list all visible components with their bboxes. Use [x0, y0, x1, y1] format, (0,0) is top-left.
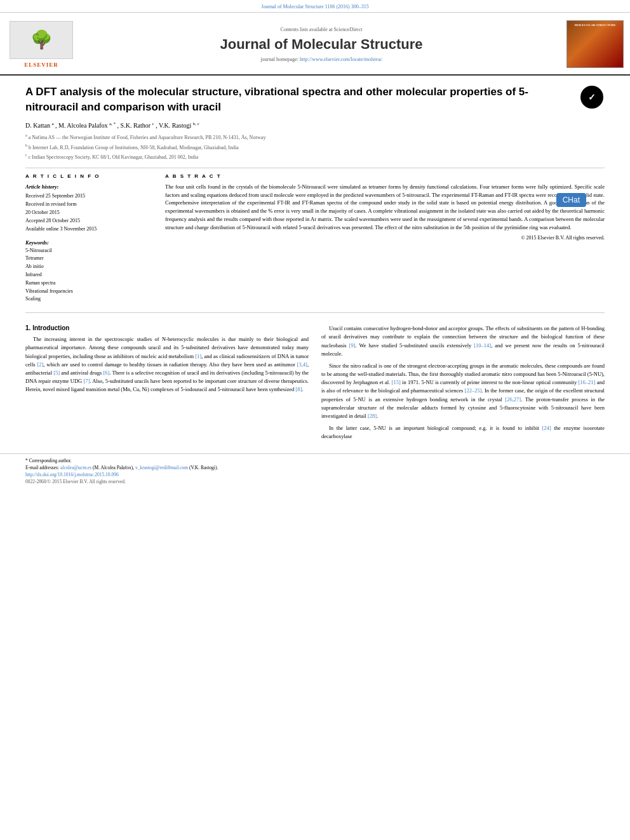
corresponding-author-note: * Corresponding author.	[25, 458, 605, 463]
article-info-box: Article history: Received 25 September 2…	[25, 183, 152, 233]
keywords-section: Keywords: 5-Nitrouracil Tetramer Ab init…	[25, 239, 152, 304]
affiliations: a a Nafima AS — the Norwegian Institute …	[25, 133, 605, 161]
journal-top-bar: Journal of Molecular Structure 1106 (201…	[0, 0, 630, 13]
keyword-2: Tetramer	[25, 255, 152, 263]
email2-link[interactable]: v_krastogi@rediffmail.com	[135, 465, 188, 470]
journal-citation: Journal of Molecular Structure 1106 (201…	[261, 4, 368, 10]
sciencedirect-line: Contents lists available at ScienceDirec…	[281, 27, 363, 32]
authors-line: D. Kattan a , M. Alcolea Palafox a, * , …	[25, 121, 605, 129]
header-section: 🌳 ELSEVIER Contents lists available at S…	[0, 13, 630, 76]
author-rathor-sup: c	[152, 121, 154, 126]
keyword-1: 5-Nitrouracil	[25, 247, 152, 255]
article-title-section: A DFT analysis of the molecular structur…	[25, 84, 605, 115]
keywords-title: Keywords:	[25, 239, 152, 246]
elsevier-brand-label: ELSEVIER	[24, 62, 58, 68]
issn-line: 0022-2860/© 2015 Elsevier B.V. All right…	[25, 479, 605, 484]
email2-name: (V.K. Rastogi).	[189, 465, 218, 470]
body-right-column: Uracil contains consecutive hydrogen-bon…	[321, 324, 605, 444]
homepage-label: journal homepage:	[260, 57, 298, 62]
keyword-5: Raman spectra	[25, 279, 152, 288]
intro-para-right-1: Uracil contains consecutive hydrogen-bon…	[321, 324, 605, 358]
keyword-3: Ab initio	[25, 263, 152, 271]
email1-name: (M. Alcolea Palafox),	[93, 465, 134, 470]
ref-3-4[interactable]: [3,4]	[297, 361, 307, 368]
chat-label: CHat	[563, 196, 580, 204]
crossmark-badge[interactable]: ✓	[579, 84, 605, 110]
intro-body-right: Uracil contains consecutive hydrogen-bon…	[321, 324, 605, 441]
history-title: Article history:	[25, 183, 152, 191]
received-revised-date: 20 October 2015	[25, 209, 152, 217]
copyright-line: © 2015 Elsevier B.V. All rights reserved…	[165, 235, 605, 241]
intro-heading: 1. Introduction	[25, 324, 309, 331]
ref-16-21[interactable]: [16–21]	[578, 379, 595, 385]
author-palafox-sup: a, *	[109, 121, 116, 126]
author-rathor: S.K. Rathor	[121, 122, 152, 129]
article-content: A DFT analysis of the molecular structur…	[0, 76, 630, 324]
intro-para-right-2: Since the nitro radical is one of the st…	[321, 362, 605, 420]
article-title: A DFT analysis of the molecular structur…	[25, 84, 573, 115]
keyword-6: Vibrational frequencies	[25, 288, 152, 296]
body-left-column: 1. Introduction The increasing interest …	[25, 324, 309, 444]
page: Journal of Molecular Structure 1106 (201…	[0, 0, 630, 840]
ref-26-27[interactable]: [26,27]	[505, 396, 521, 403]
author-rastogi-sup: b, c	[193, 121, 199, 126]
separator-2	[25, 312, 605, 313]
affil-b: b b Internet Lab, R.D, Foundation Group …	[25, 143, 605, 152]
ref-10-14[interactable]: [10–14]	[474, 342, 491, 349]
doi-line[interactable]: http://dx.doi.org/10.1016/j.molstruc.201…	[25, 472, 605, 477]
ref-15[interactable]: [15]	[392, 379, 401, 385]
intro-para-1: The increasing interest in the spectrosc…	[25, 335, 309, 394]
accepted-date: Accepted 28 October 2015	[25, 217, 152, 225]
received-date: Received 25 September 2015	[25, 192, 152, 200]
email-line: E-mail addresses: alcolea@ucm.es (M. Alc…	[25, 465, 605, 470]
author-kattan: D. Kattan	[25, 122, 51, 129]
two-col-section: A R T I C L E I N F O Article history: R…	[25, 173, 605, 303]
journal-cover-image: MOLECULAR STRUCTURE	[566, 20, 624, 68]
crossmark-icon: ✓	[580, 86, 603, 109]
ref-22-25[interactable]: [22–25]	[465, 387, 482, 394]
author-palafox: M. Alcolea Palafox	[58, 122, 109, 129]
cover-journal-title: MOLECULAR STRUCTURE	[574, 23, 615, 27]
keyword-4: Infrared	[25, 271, 152, 279]
ref-28[interactable]: [28]	[368, 413, 377, 419]
affil-a: a a Nafima AS — the Norwegian Institute …	[25, 133, 605, 142]
journal-homepage-line: journal homepage: http://www.elsevier.co…	[260, 57, 382, 62]
abstract-heading: A B S T R A C T	[165, 173, 605, 179]
intro-title: Introduction	[32, 324, 69, 331]
author-kattan-sup: a	[51, 121, 53, 126]
header-right-image: MOLECULAR STRUCTURE	[560, 18, 630, 70]
body-section: 1. Introduction The increasing interest …	[0, 324, 630, 453]
intro-number: 1.	[25, 324, 30, 331]
elsevier-logo-box: 🌳	[10, 21, 73, 59]
ref-8[interactable]: [8]	[295, 386, 302, 392]
intro-para-right-3: In the latter case, 5-NU is an important…	[321, 424, 605, 441]
ref-2[interactable]: [2]	[37, 361, 43, 368]
contents-available-text: Contents lists available at ScienceDirec…	[281, 27, 363, 32]
header-center: Contents lists available at ScienceDirec…	[83, 18, 560, 70]
ref-1[interactable]: [1]	[195, 353, 201, 359]
author-rastogi: V.K. Rastogi	[159, 122, 193, 129]
abstract-text: The four unit cells found in the crystal…	[165, 183, 605, 232]
ref-7[interactable]: [7]	[83, 378, 90, 384]
separator-1	[25, 168, 605, 168]
email1-link[interactable]: alcolea@ucm.es	[60, 465, 91, 470]
ref-24[interactable]: [24]	[542, 425, 551, 431]
ref-6[interactable]: [6]	[103, 370, 109, 376]
journal-homepage-url[interactable]: http://www.elsevier.com/locate/molstruc	[300, 57, 382, 62]
abstract-column: A B S T R A C T The four unit cells foun…	[165, 173, 605, 303]
article-info-heading: A R T I C L E I N F O	[25, 173, 152, 179]
available-date: Available online 3 November 2015	[25, 225, 152, 233]
intro-body-left: The increasing interest in the spectrosc…	[25, 335, 309, 394]
ref-5[interactable]: [5]	[53, 370, 60, 376]
article-info-column: A R T I C L E I N F O Article history: R…	[25, 173, 152, 303]
keyword-7: Scaling	[25, 295, 152, 303]
received-revised-label: Received in revised form	[25, 201, 152, 208]
header-left-logo: 🌳 ELSEVIER	[0, 18, 83, 70]
chat-indicator[interactable]: CHat	[556, 193, 586, 207]
ref-9[interactable]: [9]	[349, 342, 356, 349]
elsevier-tree-icon: 🌳	[30, 29, 53, 50]
journal-title: Journal of Molecular Structure	[220, 36, 422, 53]
footer-section: * Corresponding author. E-mail addresses…	[0, 453, 630, 488]
affil-c: c c Indian Spectroscopy Society, KC 68/1…	[25, 152, 605, 161]
